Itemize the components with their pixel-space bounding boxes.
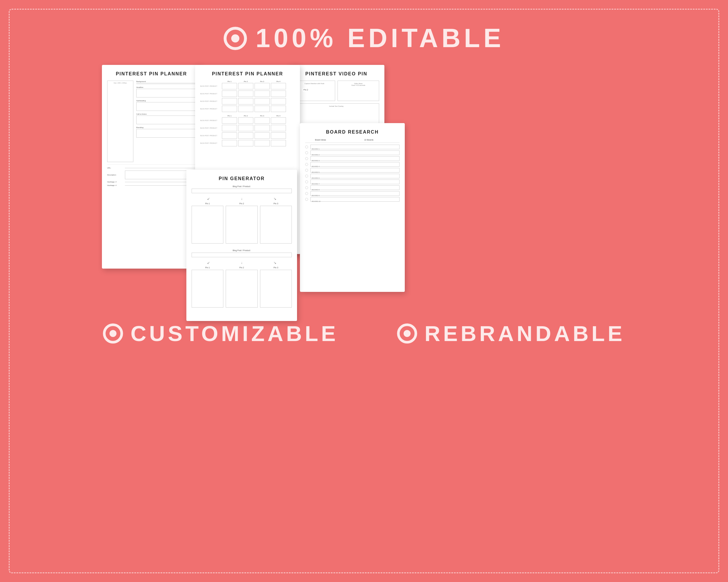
arrow-down-icon-2: ↓: [241, 261, 242, 265]
card-pin-generator: PIN GENERATOR Blog Post / Product: ↙ ↓ ↘…: [186, 170, 297, 321]
pin-grid-1: Pin 1 Pin 2 Pin 3 Pin 4 BLOG POST / PROD…: [200, 81, 295, 112]
header: 100% EDITABLE: [0, 0, 728, 53]
pg-blog-label-2: Blog Post / Product:: [191, 249, 292, 251]
pg-blog-label-1: Blog Post / Product:: [191, 185, 292, 187]
board-row: BOARD 5: [305, 168, 399, 172]
field-subheading: Subheading:: [136, 100, 196, 111]
grid-row: BLOG POST / PRODUCT: [200, 98, 295, 105]
card-pp1-title: PINTEREST PIN PLANNER: [107, 71, 196, 77]
card-br-title: BOARD RESEARCH: [305, 130, 399, 135]
board-header: Board Ideas 10 Boards: [305, 139, 399, 141]
board-row: BOARD 6: [305, 174, 399, 178]
pg-section-2: Blog Post / Product: ↙ ↓ ↘ Pin 1 Pin 2 P…: [191, 249, 292, 308]
grid-row: BLOG POST / PRODUCT: [200, 83, 295, 89]
card-pg-title: PIN GENERATOR: [191, 176, 292, 181]
customizable-label: CUSTOMIZABLE: [130, 321, 338, 346]
rebrandable-circle-icon: [397, 323, 417, 344]
board-row: BOARD 3: [305, 156, 399, 161]
pg-input-1: [191, 189, 292, 193]
footer-customizable: CUSTOMIZABLE: [103, 321, 338, 346]
customizable-circle-icon: [103, 323, 123, 344]
arrow-left-icon: ↙: [207, 197, 210, 201]
svg-point-3: [109, 330, 116, 337]
card-pvp-title: PINTEREST VIDEO PIN: [293, 71, 379, 77]
grid-row: BLOG POST / PRODUCT: [200, 90, 295, 97]
field-background: Background:: [136, 81, 196, 84]
pg-arrows-2: ↙ ↓ ↘: [191, 261, 292, 265]
card-pin-planner-left: PINTEREST PIN PLANNER Size: 1000 x 1500p…: [102, 65, 201, 269]
card-board-research: BOARD RESEARCH Board Ideas 10 Boards BOA…: [300, 123, 405, 292]
arrow-down-icon: ↓: [241, 197, 242, 201]
pg-pins-row-2: Pin 1 Pin 2 Pin 3: [191, 267, 292, 308]
board-circle: [305, 145, 308, 148]
board-circle: [305, 192, 308, 195]
footer-rebrandable: REBRANDABLE: [397, 321, 625, 346]
video-cell-overlay: Include Text Overlay: [293, 103, 379, 124]
field-branding: Branding:: [136, 127, 196, 138]
board-circle: [305, 181, 308, 183]
arrow-left-icon-2: ↙: [207, 261, 210, 265]
header-title: 100% EDITABLE: [256, 23, 505, 53]
field-cta: Call to Action:: [136, 113, 196, 124]
board-circle: [305, 169, 308, 172]
field-headline: Headline:: [136, 86, 196, 98]
pin-fields: Background: Headline: Subheading: Call t…: [136, 81, 196, 162]
grid-row: BLOG POST / PRODUCT: [200, 106, 295, 112]
board-row: BOARD 4: [305, 162, 399, 167]
svg-point-1: [231, 34, 239, 43]
board-row: BOARD 10: [305, 197, 399, 202]
board-row: BOARD 8: [305, 185, 399, 190]
pin-image-box: Size: 1000 x 1500px: [107, 81, 133, 162]
header-circle-icon: [224, 27, 247, 50]
grid-row: BLOG POST / PRODUCT: [200, 140, 295, 146]
grid-row: BLOG POST / PRODUCT: [200, 117, 295, 124]
arrow-right-icon-2: ↘: [274, 261, 276, 265]
video-cell-ideas: Video IdeasGoal: 5-15 seconds: [338, 81, 379, 101]
board-circle: [305, 157, 308, 160]
board-ideas-header: Board Ideas: [305, 139, 336, 141]
board-circle: [305, 163, 308, 166]
board-circle: [305, 175, 308, 177]
board-row: BOARD 9: [305, 191, 399, 196]
board-circle: [305, 151, 308, 154]
footer: CUSTOMIZABLE REBRANDABLE: [0, 315, 728, 346]
board-circle: [305, 186, 308, 189]
grid-row: BLOG POST / PRODUCT: [200, 132, 295, 139]
board-row: BOARD 7: [305, 179, 399, 184]
card-pp2-title: PINTEREST PIN PLANNER: [200, 71, 295, 77]
board-10-header: 10 Boards: [338, 139, 399, 141]
grid-row: BLOG POST / PRODUCT: [200, 125, 295, 131]
svg-point-5: [404, 330, 411, 337]
board-circle: [305, 198, 308, 201]
pg-pins-row-1: Pin 1 Pin 2 Pin 3: [191, 202, 292, 244]
arrow-right-icon: ↘: [274, 197, 276, 201]
pg-input-2: [191, 253, 292, 257]
rebrandable-label: REBRANDABLE: [424, 321, 625, 346]
pg-arrows-1: ↙ ↓ ↘: [191, 197, 292, 201]
pin-image-label: Size: 1000 x 1500px: [107, 81, 133, 85]
board-row: BOARD 2: [305, 150, 399, 155]
pg-section-1: Blog Post / Product: ↙ ↓ ↘ Pin 1 Pin 2 P…: [191, 185, 292, 244]
board-row: BOARD 1: [305, 145, 399, 149]
bottom-fields: URL: Description: Hashtags: # Hashtags: …: [107, 164, 196, 186]
